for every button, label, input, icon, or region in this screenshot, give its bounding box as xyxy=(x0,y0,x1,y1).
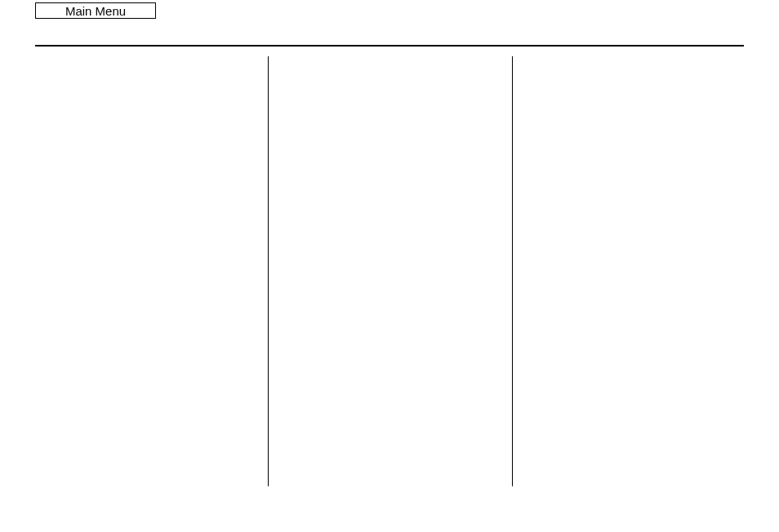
main-menu-label: Main Menu xyxy=(65,4,126,18)
column-divider-1 xyxy=(268,56,269,486)
header-divider xyxy=(35,45,744,47)
main-menu-button[interactable]: Main Menu xyxy=(35,2,156,19)
column-divider-2 xyxy=(512,56,513,486)
